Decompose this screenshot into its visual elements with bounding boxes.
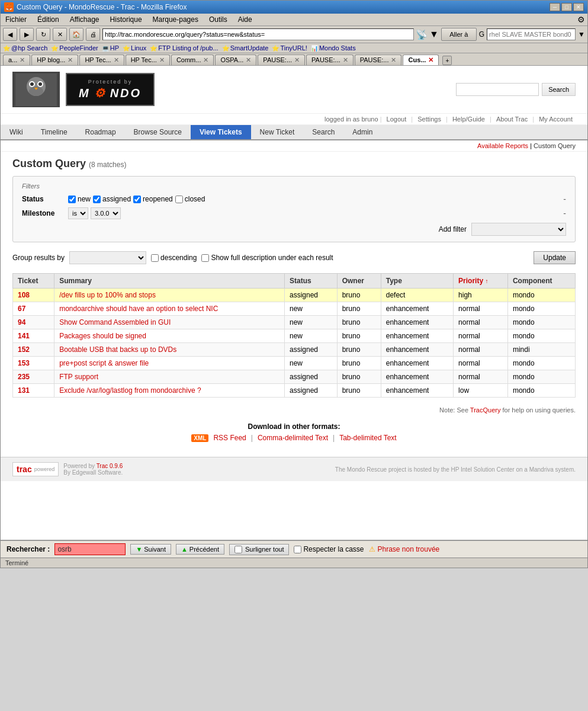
tab-5[interactable]: OSPA...✕ (215, 55, 256, 65)
bookmark-tinyurl[interactable]: ⭐TinyURL! (272, 44, 307, 52)
back-button[interactable]: ◀ (3, 28, 17, 41)
window-controls[interactable]: ─ □ ✕ (550, 3, 584, 11)
th-priority[interactable]: Priority ↑ (454, 274, 508, 289)
bookmark-linux[interactable]: ⭐Linux (123, 44, 146, 52)
ticket-link[interactable]: 153 (18, 359, 30, 367)
new-tab-button[interactable]: + (442, 56, 452, 65)
bookmark-smartupdate[interactable]: ⭐SmartUpdate (222, 44, 269, 52)
full-desc-checkbox[interactable] (201, 254, 209, 262)
status-reopened-checkbox[interactable] (133, 196, 141, 203)
th-component[interactable]: Component (507, 274, 575, 289)
help-guide-link[interactable]: Help/Guide (452, 116, 485, 123)
ticket-link[interactable]: 152 (18, 345, 30, 354)
menu-edition[interactable]: Édition (35, 15, 62, 24)
print-button[interactable]: 🖨 (86, 28, 100, 41)
settings-link[interactable]: Settings (417, 116, 441, 123)
bookmark-peoplefinder[interactable]: ⭐PeopleFinder (51, 44, 98, 52)
tab-7[interactable]: PAUSE:...✕ (306, 55, 354, 65)
about-trac-link[interactable]: About Trac (496, 116, 528, 123)
bookmark-hp-search[interactable]: ⭐@hp Search (3, 44, 47, 52)
forward-button[interactable]: ▶ (20, 28, 34, 41)
group-by-select[interactable] (69, 251, 146, 264)
nav-new-ticket[interactable]: New Ticket (251, 125, 304, 139)
go-button[interactable]: Aller à (441, 28, 477, 41)
bookmark-ftp[interactable]: ⭐FTP Listing of /pub... (150, 44, 218, 52)
bookmark-mondo-stats[interactable]: 📊Mondo Stats (311, 44, 356, 52)
menu-fichier[interactable]: Fichier (3, 15, 29, 24)
ticket-link[interactable]: 235 (18, 373, 30, 381)
logout-link[interactable]: Logout (387, 116, 407, 123)
restore-button[interactable]: □ (561, 3, 572, 11)
dropdown-arrow-icon[interactable]: ▼ (429, 29, 439, 40)
th-owner[interactable]: Owner (337, 274, 381, 289)
nav-admin[interactable]: Admin (343, 125, 381, 139)
case-checkbox[interactable] (294, 546, 301, 553)
update-button[interactable]: Update (534, 251, 576, 264)
tab-6[interactable]: PAUSE:...✕ (258, 55, 305, 65)
nav-browse-source[interactable]: Browse Source (125, 125, 191, 139)
surligner-button[interactable]: Surligner tout (229, 544, 289, 555)
tracquery-link[interactable]: TracQuery (470, 406, 501, 414)
surligner-checkbox[interactable] (234, 546, 242, 553)
trac-search-button[interactable]: Search (542, 83, 576, 96)
th-ticket[interactable]: Ticket (13, 274, 54, 289)
tab-9-active[interactable]: Cus...✕ (403, 55, 439, 65)
th-summary[interactable]: Summary (54, 274, 285, 289)
address-input[interactable] (102, 28, 414, 40)
home-button[interactable]: 🏠 (69, 28, 83, 41)
status-assigned-checkbox[interactable] (93, 196, 101, 203)
remove-milestone-filter-button[interactable]: - (563, 209, 566, 218)
status-closed-checkbox[interactable] (175, 196, 183, 203)
milestone-operator-select[interactable]: is (68, 207, 88, 219)
suivant-button[interactable]: ▼ Suivant (130, 544, 171, 555)
bookmark-hp[interactable]: 💻HP (102, 44, 119, 52)
ticket-link[interactable]: 108 (18, 291, 30, 299)
trac-version-link[interactable]: Trac 0.9.6 (97, 463, 123, 469)
nav-search[interactable]: Search (303, 125, 343, 139)
bottom-search-input[interactable] (54, 543, 126, 555)
tab-0[interactable]: a...✕ (3, 55, 30, 65)
ticket-link[interactable]: 131 (18, 386, 30, 395)
tab-3[interactable]: HP Tec...✕ (126, 55, 170, 65)
menu-aide[interactable]: Aide (236, 15, 255, 24)
summary-link[interactable]: Show Command Assembled in GUI (59, 318, 171, 326)
nav-wiki[interactable]: Wiki (1, 125, 32, 139)
tab-8[interactable]: PAUSE:...✕ (355, 55, 402, 65)
precedent-button[interactable]: ▲ Précédent (176, 544, 224, 555)
th-type[interactable]: Type (381, 274, 453, 289)
menu-affichage[interactable]: Affichage (68, 15, 102, 24)
summary-link[interactable]: /dev fills up to 100% and stops (59, 291, 156, 299)
trac-search-input[interactable] (456, 83, 539, 96)
tab-delimited-link[interactable]: Tab-delimited Text (339, 434, 397, 442)
menu-outils[interactable]: Outils (207, 15, 230, 24)
remove-status-filter-button[interactable]: - (563, 194, 566, 204)
tab-1[interactable]: HP blog...✕ (31, 55, 78, 65)
browser-search-input[interactable] (487, 28, 576, 40)
ticket-link[interactable]: 141 (18, 332, 30, 340)
stop-button[interactable]: ✕ (53, 28, 67, 41)
summary-link[interactable]: Bootable USB that backs up to DVDs (59, 345, 176, 354)
close-button[interactable]: ✕ (573, 3, 584, 11)
summary-link[interactable]: FTP support (59, 373, 98, 381)
descending-checkbox[interactable] (151, 254, 159, 262)
ticket-link[interactable]: 67 (18, 305, 25, 313)
available-reports-link[interactable]: Available Reports (477, 142, 528, 149)
nav-view-tickets[interactable]: View Tickets (191, 125, 251, 139)
ticket-link[interactable]: 94 (18, 318, 25, 326)
summary-link[interactable]: Exclude /var/log/lastlog from mondoarchi… (59, 386, 201, 395)
tab-2[interactable]: HP Tec...✕ (79, 55, 124, 65)
summary-link[interactable]: pre+post script & answer file (59, 359, 149, 367)
tab-4[interactable]: Comm...✕ (171, 55, 214, 65)
status-new-checkbox[interactable] (68, 196, 76, 203)
milestone-value-select[interactable]: 3.0.0 (91, 207, 121, 219)
menu-historique[interactable]: Historique (108, 15, 144, 24)
th-status[interactable]: Status (284, 274, 337, 289)
gear-icon[interactable]: ⚙ (577, 15, 585, 24)
rss-feed-link[interactable]: RSS Feed (213, 434, 246, 442)
summary-link[interactable]: mondoarchive should have an option to se… (59, 305, 218, 313)
search-dropdown-icon[interactable]: ▼ (578, 30, 585, 39)
my-account-link[interactable]: My Account (539, 116, 573, 123)
menu-marque-pages[interactable]: Marque-pages (150, 15, 201, 24)
reload-button[interactable]: ↻ (36, 28, 50, 41)
nav-timeline[interactable]: Timeline (32, 125, 76, 139)
